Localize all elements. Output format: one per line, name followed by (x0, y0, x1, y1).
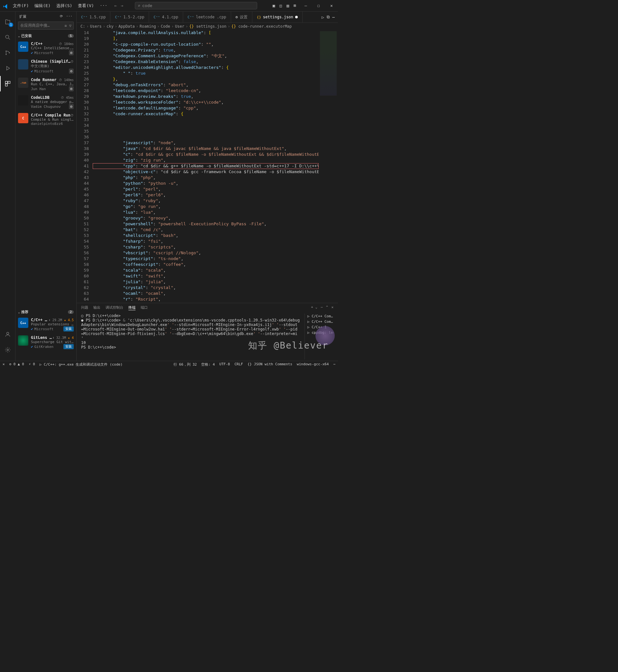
recommended-section[interactable]: ⌄推荐2 (15, 308, 76, 316)
menu-item[interactable]: 选择(S) (54, 2, 75, 10)
command-center[interactable]: ⌕ code (135, 2, 257, 9)
panel-tab[interactable]: 调试控制台 (106, 305, 123, 310)
install-button[interactable]: 安装 (64, 326, 74, 332)
panel-tab[interactable]: 输出 (93, 305, 100, 310)
search-icon: ⌕ (138, 3, 140, 8)
add-icon[interactable]: + ⌄ (311, 305, 317, 310)
terminal-instance[interactable]: ▷ C/C++ Com… (307, 314, 333, 319)
extension-item[interactable]: .run Code Runner⏱ 140ms Run C, C++, Java… (15, 76, 76, 93)
status-item[interactable]: ⊘ 0 ▲ 0 (9, 362, 24, 367)
status-item[interactable]: 行 66，列 32 (174, 362, 197, 367)
ext-icon (18, 59, 28, 70)
more-icon[interactable]: ··· (66, 14, 73, 19)
menu-item[interactable]: 编辑(E) (32, 2, 53, 10)
layout-icon[interactable]: ◫ (278, 2, 283, 9)
status-item[interactable]: ⋯ (333, 362, 335, 367)
layout-controls: ▣ ◫ ▥ ⊞ (271, 2, 299, 9)
minimap[interactable] (319, 30, 338, 303)
menu-item[interactable]: 文件(F) (10, 2, 31, 10)
forward-icon[interactable]: → (119, 2, 124, 9)
editor: C⁺⁺1.5.cppC⁺⁺1.5-2.cppC⁺⁺4.1.cppC⁺⁺leetc… (77, 12, 338, 361)
terminal-instance[interactable]: ▷ C/C++ Com… (307, 319, 333, 324)
window-control[interactable]: — (299, 1, 312, 11)
installed-section[interactable]: ⌄已安装5 (15, 32, 76, 39)
editor-tab[interactable]: C⁺⁺1.5.cpp (77, 12, 110, 22)
svg-point-3 (9, 52, 10, 53)
svg-rect-5 (8, 82, 10, 84)
ext-icon (18, 95, 28, 106)
window-control[interactable]: ☐ (312, 1, 325, 11)
gear-icon[interactable]: ⚙ (69, 104, 74, 109)
ext-icon: C (18, 113, 28, 123)
settings-icon[interactable] (0, 342, 15, 357)
menubar: 文件(F)编辑(E)选择(S)查看(V)··· (10, 2, 110, 10)
extension-item[interactable]: C++ C/C++⏱ 184ms C/C++ IntelliSense, de…… (15, 39, 76, 57)
panel-tab[interactable]: 问题 (81, 305, 88, 310)
extension-item[interactable]: Chinese (Simplified) (…⏱ 中文(简体) ✔Microso… (15, 57, 76, 76)
ext-icon: C++ (18, 41, 28, 52)
code-editor[interactable]: 1419202122232425262728293031323334353637… (77, 30, 338, 303)
window-controls: —☐✕ (299, 1, 338, 11)
svg-point-2 (5, 54, 6, 55)
extension-item[interactable]: CodeLLDB⏱ 45ms A native debugger pow… Va… (15, 93, 76, 111)
gear-icon[interactable]: ⚙ (69, 86, 74, 91)
svg-point-7 (6, 332, 9, 334)
status-item[interactable]: CRLF (234, 362, 243, 367)
status-item[interactable]: ✕ (3, 362, 5, 367)
layout-icon[interactable]: ▥ (285, 2, 290, 9)
panel-tab[interactable]: 终端 (128, 305, 135, 310)
filter-icon[interactable]: ≡ ▽ (64, 23, 72, 28)
refresh-icon[interactable]: ⟳ (60, 14, 63, 19)
ext-icon (18, 335, 28, 346)
debug-icon[interactable] (0, 61, 15, 76)
menu-item[interactable]: 查看(V) (75, 2, 96, 10)
more-icon[interactable]: ⋯ (321, 305, 323, 310)
account-icon[interactable] (0, 327, 15, 342)
terminal[interactable]: ○ PS D:\c++\code>● PS D:\c++\code> & 'c:… (77, 312, 338, 361)
svg-point-8 (7, 349, 8, 351)
editor-tab[interactable]: ⚙设置 (231, 12, 252, 22)
layout-icon[interactable]: ⊞ (292, 2, 297, 9)
editor-tab[interactable]: C⁺⁺leetcode .cpp (183, 12, 231, 22)
split-icon[interactable]: ⧉ (327, 14, 330, 20)
close-icon[interactable]: ✕ (331, 305, 333, 310)
ext-search[interactable]: 在应用商店中搜…≡ ▽ (18, 21, 74, 30)
svg-point-1 (5, 50, 6, 51)
back-icon[interactable]: ← (113, 2, 118, 9)
search-icon[interactable] (0, 30, 15, 45)
editor-tab[interactable]: C⁺⁺1.5-2.cpp (110, 12, 149, 22)
status-item[interactable]: {} JSON with Comments (247, 362, 292, 367)
nav-arrows: ← → (113, 2, 124, 9)
panel: 问题输出调试控制台终端端口+ ⌄⋯^✕ ○ PS D:\c++\code>● P… (77, 303, 338, 361)
extension-item[interactable]: GitLens …⬇ 32.3M ★ 4 Supercharge Git wit… (15, 333, 76, 351)
sidebar-title: 扩展 (19, 14, 26, 19)
editor-tab[interactable]: C⁺⁺4.1.cpp (149, 12, 183, 22)
gear-icon[interactable]: ⚙ (69, 69, 74, 74)
badge: 1 (9, 22, 13, 27)
svg-rect-6 (5, 84, 7, 86)
extension-item[interactable]: C C/C++ Compile Run⏱ Compile & Run singl… (15, 111, 76, 128)
layout-icon[interactable]: ▣ (271, 2, 277, 9)
explorer-icon[interactable]: 1 (0, 14, 15, 30)
extensions-icon[interactable] (0, 76, 15, 91)
run-icon[interactable]: ▷ (322, 15, 324, 20)
status-item[interactable]: UTF-8 (219, 362, 230, 367)
scm-icon[interactable] (0, 45, 15, 61)
statusbar: ✕⊘ 0 ▲ 0⚡ 0▷ C/C++: g++.exe 生成和调试活动文件 (c… (0, 361, 338, 368)
window-control[interactable]: ✕ (325, 1, 338, 11)
panel-tab[interactable]: 端口 (141, 305, 148, 310)
status-item[interactable]: ⚡ 0 (29, 362, 35, 367)
gear-icon[interactable]: ⚙ (69, 50, 74, 55)
install-button[interactable]: 安装 (64, 344, 74, 349)
status-item[interactable]: ▷ C/C++: g++.exe 生成和调试活动文件 (code) (39, 362, 123, 367)
editor-tab[interactable]: {}settings.json (252, 12, 303, 22)
menu-item[interactable]: ··· (97, 2, 110, 10)
tabs: C⁺⁺1.5.cppC⁺⁺1.5-2.cppC⁺⁺4.1.cppC⁺⁺leetc… (77, 12, 338, 23)
more-icon[interactable]: ⋯ (332, 15, 335, 20)
maximize-icon[interactable]: ^ (326, 305, 328, 310)
status-item[interactable]: windows-gcc-x64 (297, 362, 329, 367)
breadcrumbs[interactable]: C:›Users›cky›AppData›Roaming›Code›User›{… (77, 23, 338, 30)
extension-item[interactable]: C++ C/C++ …⬇ 29.2M ★ 4.5 Popular extensi… (15, 316, 76, 333)
svg-rect-4 (5, 82, 7, 84)
status-item[interactable]: 空格: 4 (201, 362, 215, 367)
